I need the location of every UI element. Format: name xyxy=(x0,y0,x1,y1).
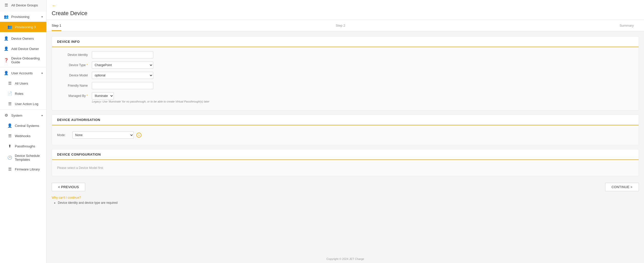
provisioning-3-icon: 👥 xyxy=(7,24,12,29)
sidebar-label-onboarding: Device Onboarding Guide xyxy=(11,56,43,64)
info-icon[interactable]: i xyxy=(136,133,141,138)
sidebar-label-user-accounts: User Accounts xyxy=(11,71,33,75)
friendly-name-row: Friendly Name xyxy=(57,82,634,89)
sidebar-item-roles[interactable]: 📄 Roles xyxy=(0,88,46,99)
device-identity-label: Device Identity xyxy=(57,51,88,57)
validation-list: Device identity and device type are requ… xyxy=(52,201,639,205)
sidebar-item-provisioning[interactable]: 👥 Provisioning ▾ xyxy=(0,12,46,22)
device-identity-row: Device Identity xyxy=(57,51,634,58)
step-summary-label: Summary xyxy=(619,24,634,27)
device-configuration-body: Please select a Device Model first xyxy=(52,160,639,176)
divider-1 xyxy=(0,11,46,11)
sidebar-item-device-onboarding-guide[interactable]: ❓ Device Onboarding Guide xyxy=(0,54,46,67)
topbar: ← Create Device xyxy=(47,0,644,20)
step-1[interactable]: Step 1 xyxy=(52,20,67,31)
sidebar-item-device-schedule-templates[interactable]: 🕐 Device Schedule Templates xyxy=(0,151,46,164)
sidebar-item-user-action-log[interactable]: ☰ User Action Log xyxy=(0,99,46,109)
step-summary[interactable]: Summary xyxy=(619,20,639,31)
continue-button[interactable]: CONTINUE > xyxy=(605,183,639,191)
sidebar-item-passthroughs[interactable]: ⬆ Passthroughs xyxy=(0,141,46,151)
central-systems-icon: 👤 xyxy=(7,123,12,128)
device-info-header: DEVICE INFO xyxy=(52,37,639,47)
managed-by-required: * xyxy=(86,94,88,98)
sidebar-item-webhooks[interactable]: ☰ Webhooks xyxy=(0,131,46,141)
sidebar-label-firmware: Firmware Library xyxy=(15,167,40,171)
onboarding-icon: ❓ xyxy=(4,58,9,63)
step-2[interactable]: Step 2 xyxy=(336,20,351,31)
page-title: Create Device xyxy=(52,10,639,17)
footer-text: Copyright © 2024 JET Charge xyxy=(326,257,364,260)
device-configuration-header: DEVICE CONFIGURATION xyxy=(52,149,639,160)
validation-section: Why can't I continue? Device identity an… xyxy=(52,196,639,205)
device-identity-input[interactable] xyxy=(92,51,153,58)
friendly-name-input[interactable] xyxy=(92,82,153,89)
device-type-label: Device Type * xyxy=(57,62,88,67)
step-1-label: Step 1 xyxy=(52,24,61,27)
sidebar-label-all-users: All Users xyxy=(15,82,28,85)
sidebar-label-system: System xyxy=(11,114,22,117)
firmware-icon: ☰ xyxy=(7,167,12,172)
sidebar-item-device-owners[interactable]: 👤 Device Owners xyxy=(0,33,46,44)
add-device-owner-icon: 👤 xyxy=(4,46,9,51)
device-info-card: DEVICE INFO Device Identity Device Type … xyxy=(52,36,639,110)
content-area: DEVICE INFO Device Identity Device Type … xyxy=(47,31,644,255)
mode-select[interactable]: None xyxy=(72,132,134,139)
sidebar: ☰ All Device Groups 👥 Provisioning ▾ 👥 P… xyxy=(0,0,47,263)
device-type-select[interactable]: ChargePoint xyxy=(92,62,153,69)
passthroughs-icon: ⬆ xyxy=(7,144,12,149)
sidebar-label-provisioning: Provisioning xyxy=(11,15,29,19)
sidebar-label-user-action-log: User Action Log xyxy=(15,102,38,106)
footer: Copyright © 2024 JET Charge xyxy=(47,255,644,263)
webhooks-icon: ☰ xyxy=(7,133,12,138)
step-2-label: Step 2 xyxy=(336,24,345,27)
sidebar-item-all-device-groups[interactable]: ☰ All Device Groups xyxy=(0,0,46,10)
sidebar-label-schedule: Device Schedule Templates xyxy=(15,154,43,161)
managed-by-field-group: Illuminate Legacy: Use 'Illuminate' for … xyxy=(92,92,210,103)
buttons-row: < PREVIOUS CONTINUE > xyxy=(52,180,639,194)
schedule-icon: 🕐 xyxy=(7,155,12,160)
sidebar-item-add-device-owner[interactable]: 👤 Add Device Owner xyxy=(0,44,46,54)
mode-row: Mode: None i xyxy=(57,129,634,141)
device-owners-icon: 👤 xyxy=(4,36,9,41)
device-model-select[interactable]: optional xyxy=(92,72,153,79)
roles-icon: 📄 xyxy=(7,91,12,96)
sidebar-item-all-users[interactable]: ☰ All Users xyxy=(0,78,46,88)
sidebar-item-provisioning-3[interactable]: 👥 Provisioning 3 xyxy=(0,22,46,32)
validation-error-1: Device identity and device type are requ… xyxy=(58,201,639,205)
sidebar-item-user-accounts[interactable]: 👤 User Accounts ▾ xyxy=(0,68,46,78)
all-users-icon: ☰ xyxy=(7,81,12,86)
managed-by-select[interactable]: Illuminate xyxy=(92,92,114,99)
validation-link[interactable]: Why can't I continue? xyxy=(52,196,639,199)
sidebar-label-central-systems: Central Systems xyxy=(15,124,39,128)
device-model-label: Device Model xyxy=(57,72,88,77)
device-authorisation-body: Mode: None i xyxy=(52,125,639,145)
device-authorisation-card: DEVICE AUTHORISATION Mode: None i xyxy=(52,115,639,145)
chevron-down-icon-2: ▾ xyxy=(41,72,43,75)
sidebar-label-all-device-groups: All Device Groups xyxy=(11,3,38,7)
sidebar-label-device-owners: Device Owners xyxy=(11,37,34,41)
mode-label: Mode: xyxy=(57,133,70,137)
user-accounts-icon: 👤 xyxy=(4,70,9,76)
device-info-body: Device Identity Device Type * ChargePoin… xyxy=(52,47,639,110)
config-placeholder-text: Please select a Device Model first xyxy=(57,164,634,172)
sidebar-label-passthroughs: Passthroughs xyxy=(15,144,35,148)
sidebar-item-central-systems[interactable]: 👤 Central Systems xyxy=(0,120,46,131)
device-configuration-card: DEVICE CONFIGURATION Please select a Dev… xyxy=(52,149,639,176)
steps-bar: Step 1 Step 2 Summary xyxy=(47,20,644,31)
chevron-down-icon: ▾ xyxy=(41,15,43,18)
device-type-row: Device Type * ChargePoint xyxy=(57,62,634,69)
back-button[interactable]: ← xyxy=(52,3,56,8)
sidebar-item-firmware-library[interactable]: ☰ Firmware Library xyxy=(0,164,46,174)
sidebar-item-system[interactable]: ⚙ System ▾ xyxy=(0,110,46,120)
managed-by-hint: Legacy: Use 'Illuminate' for no passthro… xyxy=(92,100,210,103)
previous-button[interactable]: < PREVIOUS xyxy=(52,183,85,191)
managed-by-label: Managed By * xyxy=(57,92,88,98)
divider-3 xyxy=(0,67,46,67)
user-action-log-icon: ☰ xyxy=(7,101,12,106)
sidebar-label-webhooks: Webhooks xyxy=(15,134,30,138)
device-type-required: * xyxy=(86,63,88,67)
system-icon: ⚙ xyxy=(4,113,9,118)
managed-by-row: Managed By * Illuminate Legacy: Use 'Ill… xyxy=(57,92,634,103)
device-authorisation-header: DEVICE AUTHORISATION xyxy=(52,115,639,125)
list-icon: ☰ xyxy=(4,3,9,8)
